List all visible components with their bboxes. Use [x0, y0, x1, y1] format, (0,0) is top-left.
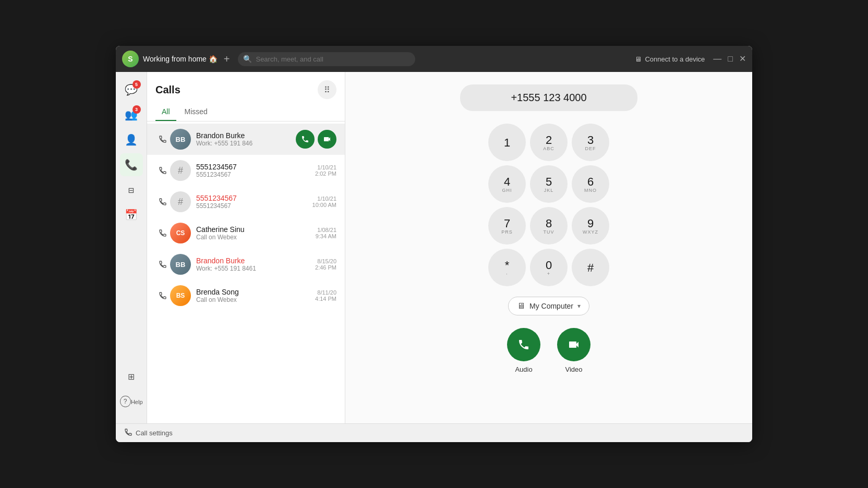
dial-key-6-main: 6: [587, 175, 594, 189]
title-bar: S Working from home 🏠 + 🔍 🖥 Connect to a…: [116, 46, 752, 72]
dial-key-5[interactable]: 5 JKL: [530, 165, 568, 203]
connect-device-button[interactable]: 🖥 Connect to a device: [635, 55, 705, 63]
calls-icon: 📞: [125, 158, 138, 171]
sidebar-item-messages[interactable]: ⊟: [120, 178, 143, 201]
brandon-detail: Work: +555 191 846: [196, 140, 292, 147]
calls-tabs: All Missed: [147, 103, 345, 121]
number2-name: 5551234567: [196, 194, 308, 202]
calendar-icon: 📅: [125, 209, 138, 221]
dial-key-hash[interactable]: #: [572, 249, 609, 286]
sidebar-item-calls[interactable]: 📞: [120, 153, 143, 176]
call-direction-icon2: [155, 166, 170, 175]
brandon-avatar: BB: [170, 129, 191, 150]
brandon-info: Brandon Burke Work: +555 191 846: [196, 131, 292, 147]
dial-key-7[interactable]: 7 PRS: [488, 207, 526, 245]
call-item-brandon-active[interactable]: BB Brandon Burke Work: +555 191 846: [147, 124, 345, 155]
dialpad-grid: 1 2 ABC 3 DEF 4 GHI 5 JKL: [488, 124, 609, 286]
catherine-info: Catherine Sinu Call on Webex: [196, 225, 311, 241]
groups-badge: 3: [132, 105, 141, 114]
number1-time: 1/10/21 2:02 PM: [315, 164, 336, 177]
dial-key-4-main: 4: [504, 175, 510, 189]
dial-key-4[interactable]: 4 GHI: [488, 165, 526, 203]
maximize-button[interactable]: □: [728, 55, 733, 63]
device-selector[interactable]: 🖥 My Computer ▾: [508, 297, 589, 315]
dial-key-star[interactable]: * ·: [488, 249, 526, 286]
user-initial: S: [128, 55, 132, 63]
audio-call-button[interactable]: [296, 130, 315, 149]
audio-call-dial-button[interactable]: [507, 328, 540, 361]
brandon2-detail: Work: +555 191 8461: [196, 265, 311, 272]
call-direction-icon3: [155, 198, 170, 206]
sidebar-item-calendar[interactable]: 📅: [120, 203, 143, 226]
dial-key-9-main: 9: [587, 217, 594, 230]
title-bar-right: 🖥 Connect to a device: [635, 55, 705, 63]
sidebar-item-apps[interactable]: ⊞: [120, 365, 143, 388]
tab-missed[interactable]: Missed: [178, 103, 214, 121]
sidebar-bottom: ⊞ ? Help: [120, 365, 143, 417]
video-call-dial-button[interactable]: [557, 328, 590, 361]
number1-info: 5551234567 5551234567: [196, 163, 311, 178]
calls-list: BB Brandon Burke Work: +555 191 846: [147, 124, 345, 423]
number1-name: 5551234567: [196, 163, 311, 171]
monitor-icon: 🖥: [517, 301, 525, 311]
app-window: S Working from home 🏠 + 🔍 🖥 Connect to a…: [116, 46, 752, 442]
call-actions: [296, 130, 336, 149]
dial-key-6[interactable]: 6 MNO: [572, 165, 609, 203]
dial-key-2[interactable]: 2 ABC: [530, 124, 568, 161]
dialpad-icon: ⠿: [324, 85, 330, 95]
sidebar-item-help[interactable]: ? Help: [120, 390, 143, 413]
dial-key-star-main: *: [505, 259, 510, 272]
dialpad-toggle-button[interactable]: ⠿: [318, 80, 336, 99]
catherine-name: Catherine Sinu: [196, 225, 311, 234]
main-body: 💬 5 👥 3 👤 📞 ⊟ 📅 ⊞: [116, 72, 752, 423]
search-input[interactable]: [238, 52, 415, 66]
call-item-brenda[interactable]: BS Brenda Song Call on Webex 8/11/20 4:1…: [147, 280, 345, 311]
call-direction-icon6: [155, 291, 170, 300]
brenda-info: Brenda Song Call on Webex: [196, 288, 311, 303]
close-button[interactable]: ✕: [739, 55, 746, 63]
call-settings-label[interactable]: Call settings: [136, 429, 173, 437]
dialer-panel: 1 2 ABC 3 DEF 4 GHI 5 JKL: [345, 72, 752, 423]
catherine-detail: Call on Webex: [196, 234, 311, 241]
dial-key-3[interactable]: 3 DEF: [572, 124, 609, 161]
catherine-time: 1/08/21 9:34 AM: [316, 227, 336, 239]
dial-key-8-main: 8: [546, 217, 552, 230]
call-item-number2[interactable]: # 5551234567 5551234567 1/10/21 10:00 AM: [147, 186, 345, 217]
audio-button-wrap: Audio: [507, 328, 540, 373]
window-controls: — □ ✕: [713, 55, 746, 63]
brandon2-time: 8/15/20 2:46 PM: [315, 258, 336, 271]
dial-key-2-main: 2: [546, 133, 552, 147]
dial-key-0[interactable]: 0 +: [530, 249, 568, 286]
minimize-button[interactable]: —: [713, 55, 721, 63]
calls-title: Calls: [155, 84, 180, 96]
dial-key-9[interactable]: 9 WXYZ: [572, 207, 609, 245]
sidebar-item-groups[interactable]: 👥 3: [120, 103, 143, 126]
hash-avatar1: #: [170, 160, 191, 181]
search-wrap: 🔍: [238, 52, 415, 66]
dial-key-0-main: 0: [546, 259, 552, 272]
call-item-catherine[interactable]: CS Catherine Sinu Call on Webex 1/08/21 …: [147, 217, 345, 249]
call-buttons: Audio Video: [507, 328, 590, 373]
calls-header: Calls ⠿: [147, 72, 345, 103]
sidebar-item-chat[interactable]: 💬 5: [120, 78, 143, 101]
call-item-brandon2[interactable]: BB Brandon Burke Work: +555 191 8461 8/1…: [147, 249, 345, 280]
user-avatar[interactable]: S: [122, 51, 139, 67]
messages-icon: ⊟: [128, 185, 134, 196]
brenda-detail: Call on Webex: [196, 296, 311, 303]
calls-panel: Calls ⠿ All Missed BB Brandon Burke: [147, 72, 345, 423]
search-icon: 🔍: [243, 55, 252, 63]
dialer-number-input[interactable]: [460, 84, 637, 111]
number1-detail: 5551234567: [196, 171, 311, 178]
tab-all[interactable]: All: [155, 103, 176, 121]
dial-key-1[interactable]: 1: [488, 124, 526, 161]
call-item-number1[interactable]: # 5551234567 5551234567 1/10/21 2:02 PM: [147, 155, 345, 186]
dial-key-8[interactable]: 8 TUV: [530, 207, 568, 245]
status-bar: Call settings: [116, 423, 752, 442]
brandon-name: Brandon Burke: [196, 131, 292, 140]
number2-info: 5551234567 5551234567: [196, 194, 308, 210]
chevron-down-icon: ▾: [577, 302, 581, 310]
video-call-button[interactable]: [318, 130, 336, 149]
audio-label: Audio: [515, 365, 532, 373]
sidebar-item-contacts[interactable]: 👤: [120, 128, 143, 151]
add-button[interactable]: +: [224, 53, 230, 65]
